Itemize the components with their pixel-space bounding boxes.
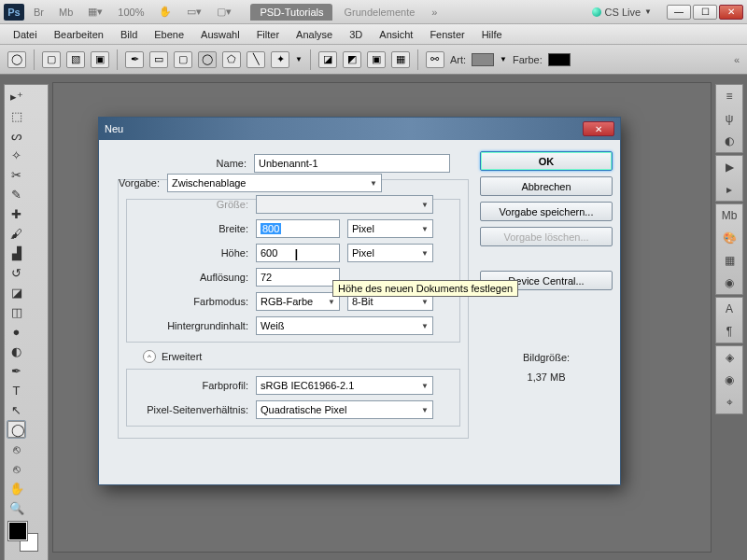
opt-combine4-icon[interactable]: ▦ xyxy=(391,51,410,68)
dock-char-icon[interactable]: A xyxy=(721,301,738,316)
name-input[interactable] xyxy=(254,154,450,173)
opt-line-icon[interactable]: ╲ xyxy=(247,51,265,68)
optbar-overflow-icon[interactable]: « xyxy=(734,54,740,65)
menu-3d[interactable]: 3D xyxy=(342,26,370,43)
eraser-tool-icon[interactable]: ◪ xyxy=(7,283,26,301)
quickmask-icon[interactable]: ◙ xyxy=(7,554,26,560)
opt-rect-icon[interactable]: ▭ xyxy=(149,51,168,68)
dock-actions-icon[interactable]: ▸ xyxy=(721,182,738,197)
dock-mask-icon[interactable]: ◐ xyxy=(721,133,738,148)
dock-styles-icon[interactable]: ◉ xyxy=(721,275,738,290)
stamp-tool-icon[interactable]: ▟ xyxy=(7,244,26,262)
tool-preset-icon[interactable]: ◯ xyxy=(7,51,26,68)
type-tool-icon[interactable]: T xyxy=(7,381,26,399)
dock-color-icon[interactable]: 🎨 xyxy=(721,231,738,245)
opt-fill-icon[interactable]: ▣ xyxy=(91,51,109,68)
screen-select[interactable]: ▢▾ xyxy=(211,4,237,20)
blur-tool-icon[interactable]: ● xyxy=(7,322,26,341)
dock-adjust-icon[interactable]: ≡ xyxy=(721,89,738,104)
hintergrund-select[interactable]: Weiß▼ xyxy=(256,316,433,335)
opt-custom-icon[interactable]: ✦ xyxy=(271,51,289,68)
crop-tool-icon[interactable]: ✂ xyxy=(7,165,26,184)
move-tool-icon[interactable]: ▸⁺ xyxy=(7,87,26,105)
tabs-overflow-icon[interactable]: » xyxy=(426,5,443,20)
window-minimize-button[interactable]: — xyxy=(667,5,691,20)
dock-usb-icon[interactable]: ψ xyxy=(721,111,738,126)
abbrechen-button[interactable]: Abbrechen xyxy=(480,176,613,196)
shape-tool-icon[interactable]: ◯ xyxy=(7,420,26,439)
dialog-titlebar[interactable]: Neu ✕ xyxy=(99,118,620,140)
3d-tool-icon[interactable]: ⎋ xyxy=(7,440,26,458)
view-select[interactable]: ▭▾ xyxy=(181,4,207,20)
zoom-select[interactable]: 100% xyxy=(112,5,149,20)
dock-history-icon[interactable]: ▶ xyxy=(721,160,738,175)
fg-swatch[interactable] xyxy=(8,522,27,540)
menu-bild[interactable]: Bild xyxy=(113,26,145,43)
marquee-tool-icon[interactable]: ⬚ xyxy=(7,106,26,125)
wand-tool-icon[interactable]: ✧ xyxy=(7,146,26,164)
hand-tool-icon[interactable]: ✋ xyxy=(7,479,26,497)
menu-ansicht[interactable]: Ansicht xyxy=(372,26,420,43)
lasso-tool-icon[interactable]: ᔕ xyxy=(7,126,26,145)
history-tool-icon[interactable]: ↺ xyxy=(7,263,26,282)
menu-ebene[interactable]: Ebene xyxy=(147,26,191,43)
dock-mb-icon[interactable]: Mb xyxy=(721,208,738,223)
dock-paths-icon[interactable]: ⌖ xyxy=(721,395,738,410)
opt-farbe-swatch[interactable] xyxy=(548,53,571,66)
opt-ellipse-icon[interactable]: ◯ xyxy=(198,51,217,68)
opt-art-swatch[interactable] xyxy=(472,53,494,66)
gradient-tool-icon[interactable]: ◫ xyxy=(7,302,26,321)
brush-tool-icon[interactable]: 🖌 xyxy=(7,224,26,243)
vorgabe-speichern-button[interactable]: Vorgabe speichern... xyxy=(480,202,613,221)
heal-tool-icon[interactable]: ✚ xyxy=(7,204,26,223)
opt-path-icon[interactable]: ▧ xyxy=(66,51,85,68)
erweitert-toggle[interactable]: ^ Erweitert xyxy=(143,350,460,363)
aufl-input[interactable] xyxy=(256,268,340,287)
opt-link-icon[interactable]: ⚯ xyxy=(426,51,444,68)
dodge-tool-icon[interactable]: ◐ xyxy=(7,342,26,360)
opt-pen-icon[interactable]: ✒ xyxy=(125,51,144,68)
window-maximize-button[interactable]: ☐ xyxy=(693,5,717,20)
tb-mb[interactable]: Mb xyxy=(53,5,78,20)
zoom-tool-icon[interactable]: 🔍 xyxy=(7,498,26,517)
vorgabe-select[interactable]: Zwischenablage▼ xyxy=(167,174,382,192)
window-close-button[interactable]: ✕ xyxy=(719,5,743,20)
breite-input[interactable]: 800 xyxy=(256,219,340,238)
tb-br[interactable]: Br xyxy=(28,5,49,20)
hoehe-input[interactable] xyxy=(256,244,340,262)
hand-icon[interactable]: ✋ xyxy=(153,4,177,20)
layout-select[interactable]: ▦▾ xyxy=(82,4,108,20)
opt-roundrect-icon[interactable]: ▢ xyxy=(174,51,192,68)
hoehe-unit-select[interactable]: Pixel▼ xyxy=(347,244,433,262)
menu-analyse[interactable]: Analyse xyxy=(289,26,340,43)
3dcam-tool-icon[interactable]: ⎋ xyxy=(7,459,26,478)
opt-polygon-icon[interactable]: ⬠ xyxy=(222,51,241,68)
eyedropper-tool-icon[interactable]: ✎ xyxy=(7,185,26,203)
menu-hilfe[interactable]: Hilfe xyxy=(474,26,510,43)
farbmodus-select[interactable]: RGB-Farbe▼ xyxy=(256,292,340,311)
opt-combine2-icon[interactable]: ◩ xyxy=(343,51,361,68)
ok-button[interactable]: OK xyxy=(480,151,613,171)
menu-datei[interactable]: Datei xyxy=(6,26,45,43)
opt-combine1-icon[interactable]: ◪ xyxy=(318,51,337,68)
fg-bg-colors[interactable] xyxy=(7,520,46,553)
opt-combine3-icon[interactable]: ▣ xyxy=(367,51,386,68)
menu-auswahl[interactable]: Auswahl xyxy=(193,26,247,43)
cslive-button[interactable]: CS Live ▼ xyxy=(586,7,657,18)
workspace-tab-active[interactable]: PSD-Tutorials xyxy=(250,4,332,21)
workspace-tab-inactive[interactable]: Grundelemente xyxy=(334,4,424,21)
farbprofil-select[interactable]: sRGB IEC61966-2.1▼ xyxy=(256,376,433,395)
menu-filter[interactable]: Filter xyxy=(249,26,287,43)
menu-fenster[interactable]: Fenster xyxy=(422,26,472,43)
dock-para-icon[interactable]: ¶ xyxy=(721,324,738,339)
menu-bearbeiten[interactable]: Bearbeiten xyxy=(47,26,111,43)
dialog-close-button[interactable]: ✕ xyxy=(583,121,614,136)
breite-unit-select[interactable]: Pixel▼ xyxy=(347,219,433,238)
dock-layers-icon[interactable]: ◈ xyxy=(721,350,738,365)
path-tool-icon[interactable]: ↖ xyxy=(7,400,26,419)
opt-shape-icon[interactable]: ▢ xyxy=(42,51,61,68)
dock-swatch-icon[interactable]: ▦ xyxy=(721,253,738,268)
dock-channels-icon[interactable]: ◉ xyxy=(721,372,738,387)
pen-tool-icon[interactable]: ✒ xyxy=(7,361,26,380)
pixelratio-select[interactable]: Quadratische Pixel▼ xyxy=(256,400,433,419)
